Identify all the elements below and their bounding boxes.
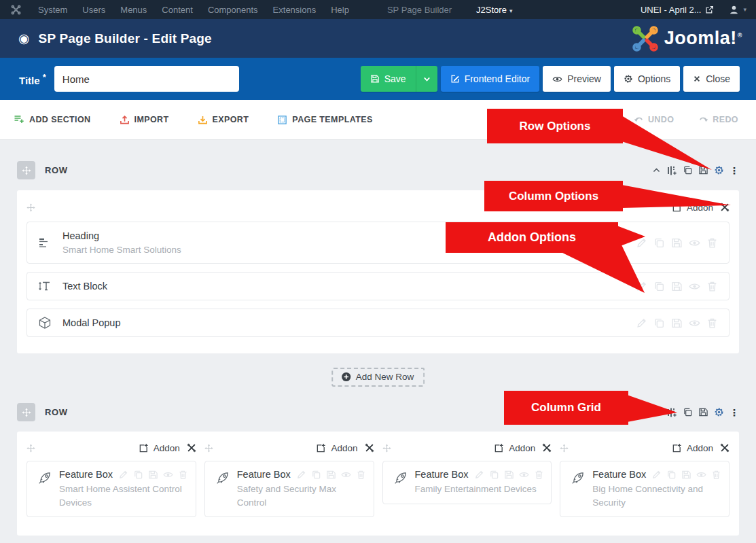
addon-modal-popup[interactable]: Modal Popup: [26, 309, 730, 337]
delete-addon-icon[interactable]: [356, 470, 366, 480]
column-move-handle[interactable]: [560, 444, 569, 453]
addon-heading[interactable]: Heading Smart Home Smart Solutions: [26, 222, 730, 264]
toggle-addon-icon[interactable]: [341, 470, 351, 480]
toggle-addon-icon[interactable]: [519, 470, 529, 480]
column-move-handle[interactable]: [204, 444, 213, 453]
save-addon-icon[interactable]: [681, 470, 691, 480]
add-addon-button[interactable]: Addon: [494, 443, 535, 453]
collapse-row-icon[interactable]: [652, 408, 661, 417]
options-button[interactable]: Options: [614, 66, 680, 92]
add-addon-button[interactable]: Addon: [672, 443, 713, 453]
duplicate-addon-icon[interactable]: [653, 281, 665, 292]
addon-feature-box[interactable]: Feature Box Family Entertainment Devices: [382, 461, 552, 504]
edit-addon-icon[interactable]: [636, 281, 647, 292]
edit-addon-icon[interactable]: [118, 470, 128, 480]
column-move-handle[interactable]: [26, 203, 35, 212]
duplicate-addon-icon[interactable]: [666, 470, 677, 480]
menu-j2store[interactable]: J2Store▾: [469, 5, 520, 15]
redo-button[interactable]: REDO: [698, 115, 738, 125]
site-preview-link[interactable]: UNEI - April 2...: [641, 5, 715, 15]
import-button[interactable]: IMPORT: [120, 115, 169, 125]
preview-button[interactable]: Preview: [543, 66, 611, 92]
toggle-addon-icon[interactable]: [689, 281, 700, 292]
row-more-icon[interactable]: ⋮: [730, 166, 739, 175]
edit-addon-icon[interactable]: [474, 470, 484, 480]
row-settings-icon[interactable]: [714, 407, 724, 417]
duplicate-addon-icon[interactable]: [653, 237, 665, 249]
column-options-icon[interactable]: [187, 443, 196, 453]
save-row-icon[interactable]: [698, 407, 708, 417]
menu-menus[interactable]: Menus: [113, 5, 154, 15]
column-grid-icon[interactable]: [666, 165, 677, 176]
page-templates-button[interactable]: PAGE TEMPLATES: [277, 115, 372, 125]
save-addon-icon[interactable]: [148, 470, 158, 480]
delete-addon-icon[interactable]: [706, 237, 718, 249]
add-addon-button[interactable]: Addon: [139, 443, 180, 453]
add-addon-button[interactable]: Addon: [672, 203, 713, 213]
column-grid-icon[interactable]: [666, 407, 677, 418]
save-addon-icon[interactable]: [671, 281, 683, 292]
save-addon-icon[interactable]: [671, 237, 683, 249]
duplicate-addon-icon[interactable]: [489, 470, 499, 480]
toggle-addon-icon[interactable]: [689, 237, 700, 249]
menu-sp-page-builder[interactable]: SP Page Builder: [380, 5, 459, 15]
title-input[interactable]: [54, 66, 239, 92]
add-addon-button[interactable]: Addon: [316, 443, 357, 453]
edit-addon-icon[interactable]: [296, 470, 306, 480]
edit-addon-icon[interactable]: [636, 317, 647, 329]
delete-addon-icon[interactable]: [534, 470, 544, 480]
menu-extensions[interactable]: Extensions: [266, 5, 324, 15]
close-button[interactable]: Close: [683, 66, 740, 92]
toggle-addon-icon[interactable]: [163, 470, 173, 480]
row-move-handle[interactable]: [17, 403, 35, 421]
column-move-handle[interactable]: [382, 444, 391, 453]
collapse-row-icon[interactable]: [652, 166, 661, 175]
save-split-button: Save: [361, 66, 437, 92]
save-addon-icon[interactable]: [504, 470, 514, 480]
menu-help[interactable]: Help: [323, 5, 357, 15]
duplicate-addon-icon[interactable]: [133, 470, 143, 480]
save-row-icon[interactable]: [698, 165, 708, 175]
addon-feature-box[interactable]: Feature Box Safety and Security Max Cont…: [204, 461, 374, 517]
duplicate-addon-icon[interactable]: [653, 317, 665, 329]
toggle-addon-icon[interactable]: [696, 470, 706, 480]
delete-addon-icon[interactable]: [706, 281, 718, 292]
export-button[interactable]: EXPORT: [198, 115, 249, 125]
column-options-icon[interactable]: [720, 443, 730, 453]
undo-button[interactable]: UNDO: [634, 115, 674, 125]
add-new-row-button[interactable]: Add New Row: [331, 368, 425, 387]
column-move-handle[interactable]: [26, 444, 35, 453]
duplicate-addon-icon[interactable]: [311, 470, 321, 480]
row-move-handle[interactable]: [17, 161, 35, 179]
save-addon-icon[interactable]: [326, 470, 336, 480]
delete-addon-icon[interactable]: [706, 317, 718, 329]
column-options-icon[interactable]: [720, 203, 730, 212]
delete-addon-icon[interactable]: [178, 470, 188, 480]
add-section-button[interactable]: ADD SECTION: [14, 114, 91, 125]
save-button[interactable]: Save: [361, 66, 416, 92]
edit-addon-icon[interactable]: [651, 470, 662, 480]
row-more-icon[interactable]: ⋮: [730, 408, 739, 417]
delete-addon-icon[interactable]: [711, 470, 721, 480]
menu-system[interactable]: System: [31, 5, 75, 15]
addon-text-block[interactable]: Text Block: [26, 272, 730, 300]
duplicate-row-icon[interactable]: [683, 165, 693, 175]
edit-addon-icon[interactable]: [636, 237, 647, 249]
menu-users[interactable]: Users: [75, 5, 113, 15]
user-caret-icon[interactable]: ▾: [743, 6, 746, 13]
menu-components[interactable]: Components: [200, 5, 266, 15]
joomla-menu-icon[interactable]: [11, 5, 21, 15]
toggle-addon-icon[interactable]: [689, 317, 700, 329]
addon-feature-box[interactable]: Feature Box Smart Home Assistent Control…: [26, 461, 196, 517]
column-options-icon[interactable]: [542, 443, 552, 453]
row2-header: ROW ⋮: [17, 403, 739, 421]
duplicate-row-icon[interactable]: [683, 407, 693, 417]
save-addon-icon[interactable]: [671, 317, 683, 329]
save-dropdown-button[interactable]: [416, 66, 437, 92]
frontend-editor-button[interactable]: Frontend Editor: [441, 66, 540, 92]
addon-feature-box[interactable]: Feature Box Big Home Connectivity and Se…: [560, 461, 730, 517]
row-settings-icon[interactable]: [714, 165, 724, 175]
menu-content[interactable]: Content: [154, 5, 200, 15]
user-menu[interactable]: [729, 5, 739, 15]
column-options-icon[interactable]: [365, 443, 374, 453]
